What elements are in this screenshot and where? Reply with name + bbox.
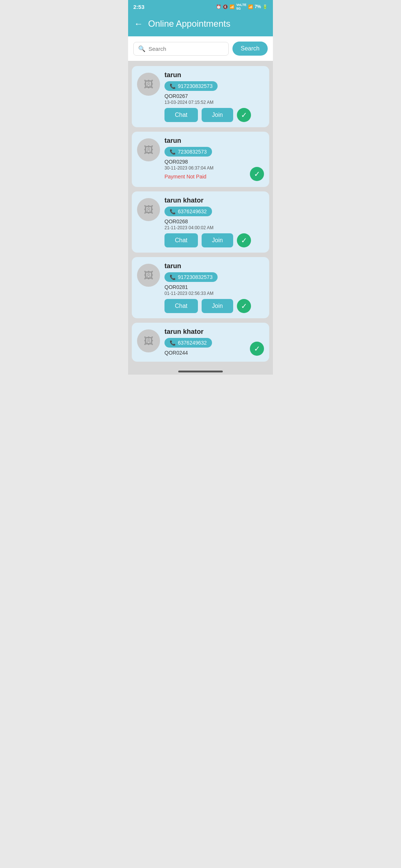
card-info: tarun khator📞6376249632QOR026821-11-2023… <box>164 197 264 247</box>
status-bar: 2:53 ⏰ 🔇 📶 VoLTE5G 📶 7% 🔋 <box>128 0 273 13</box>
volte-icon: VoLTE5G <box>236 3 246 10</box>
signal-icon: 📶 <box>248 4 253 9</box>
phone-badge[interactable]: 📞6376249632 <box>164 338 212 348</box>
patient-name: tarun khator <box>164 328 264 336</box>
join-button[interactable]: Join <box>202 233 233 247</box>
join-button[interactable]: Join <box>202 108 233 122</box>
phone-number: 6376249632 <box>178 340 207 346</box>
payment-status: Payment Not Paid <box>164 174 264 180</box>
card-info: tarun📞917230832573QOR028101-11-2023 02:5… <box>164 262 264 313</box>
phone-number: 7230832573 <box>178 149 207 155</box>
check-circle-icon[interactable]: ✓ <box>250 342 264 356</box>
phone-number: 6376249632 <box>178 208 207 214</box>
date-time: 21-11-2023 04:00:02 AM <box>164 225 264 230</box>
appointments-list: 🖼tarun📞917230832573QOR026713-03-2024 07:… <box>128 61 273 367</box>
status-time: 2:53 <box>133 4 144 10</box>
join-button[interactable]: Join <box>202 299 233 313</box>
check-circle-icon[interactable]: ✓ <box>250 167 264 181</box>
qr-code: QOR0281 <box>164 284 264 290</box>
chat-button[interactable]: Chat <box>164 233 198 247</box>
status-icons: ⏰ 🔇 📶 VoLTE5G 📶 7% 🔋 <box>216 3 268 10</box>
card-actions: ChatJoin✓ <box>164 108 264 122</box>
phone-number: 917230832573 <box>178 83 212 89</box>
qr-code: QOR0298 <box>164 159 264 165</box>
appointment-card: 🖼tarun khator📞6376249632QOR0244✓ <box>132 323 269 362</box>
avatar: 🖼 <box>137 138 160 161</box>
phone-number: 917230832573 <box>178 274 212 280</box>
avatar-placeholder-icon: 🖼 <box>144 144 153 156</box>
patient-name: tarun khator <box>164 197 264 204</box>
chat-button[interactable]: Chat <box>164 299 198 313</box>
avatar: 🖼 <box>137 264 160 287</box>
phone-icon: 📞 <box>170 209 176 214</box>
patient-name: tarun <box>164 262 264 270</box>
card-actions: ChatJoin✓ <box>164 299 264 313</box>
phone-icon: 📞 <box>170 274 176 280</box>
alarm-icon: ⏰ <box>216 4 221 9</box>
appointment-card: 🖼tarun📞917230832573QOR026713-03-2024 07:… <box>132 66 269 127</box>
appointment-card: 🖼tarun📞917230832573QOR028101-11-2023 02:… <box>132 257 269 318</box>
battery-icon: 🔋 <box>263 4 268 9</box>
mute-icon: 🔇 <box>223 4 228 9</box>
card-info: tarun📞7230832573QOR029830-11-2023 06:37:… <box>164 137 264 182</box>
search-input-wrapper: 🔍 <box>133 42 229 56</box>
appointment-card: 🖼tarun khator📞6376249632QOR026821-11-202… <box>132 191 269 253</box>
qr-code: QOR0268 <box>164 218 264 224</box>
avatar: 🖼 <box>137 198 160 221</box>
qr-code: QOR0244 <box>164 350 264 356</box>
home-indicator <box>128 367 273 375</box>
avatar-placeholder-icon: 🖼 <box>144 335 153 347</box>
wifi-icon: 📶 <box>229 4 235 9</box>
patient-name: tarun <box>164 71 264 79</box>
card-info: tarun khator📞6376249632QOR0244 <box>164 328 264 356</box>
search-button[interactable]: Search <box>232 42 268 56</box>
check-circle-icon[interactable]: ✓ <box>237 108 251 122</box>
date-time: 01-11-2023 02:56:33 AM <box>164 291 264 296</box>
back-button[interactable]: ← <box>134 19 143 29</box>
appointment-card: 🖼tarun📞7230832573QOR029830-11-2023 06:37… <box>132 132 269 187</box>
check-circle-icon[interactable]: ✓ <box>237 233 251 247</box>
search-bar-container: 🔍 Search <box>128 36 273 61</box>
patient-name: tarun <box>164 137 264 145</box>
chat-button[interactable]: Chat <box>164 108 198 122</box>
avatar: 🖼 <box>137 73 160 96</box>
avatar-placeholder-icon: 🖼 <box>144 204 153 216</box>
avatar-placeholder-icon: 🖼 <box>144 79 153 90</box>
date-time: 13-03-2024 07:15:52 AM <box>164 100 264 105</box>
phone-badge[interactable]: 📞6376249632 <box>164 207 212 216</box>
avatar: 🖼 <box>137 329 160 352</box>
home-bar <box>178 371 223 372</box>
phone-icon: 📞 <box>170 83 176 89</box>
header: ← Online Appointments <box>128 13 273 36</box>
phone-icon: 📞 <box>170 149 176 155</box>
phone-badge[interactable]: 📞7230832573 <box>164 147 212 157</box>
check-circle-icon[interactable]: ✓ <box>237 299 251 313</box>
phone-badge[interactable]: 📞917230832573 <box>164 81 218 91</box>
page-title: Online Appointments <box>148 19 230 29</box>
phone-icon: 📞 <box>170 340 176 346</box>
avatar-placeholder-icon: 🖼 <box>144 270 153 281</box>
search-input[interactable] <box>149 46 224 52</box>
search-icon: 🔍 <box>138 45 146 52</box>
date-time: 30-11-2023 06:37:04 AM <box>164 165 264 171</box>
qr-code: QOR0267 <box>164 93 264 99</box>
phone-badge[interactable]: 📞917230832573 <box>164 272 218 282</box>
battery-indicator: 7% <box>255 4 261 9</box>
card-info: tarun📞917230832573QOR026713-03-2024 07:1… <box>164 71 264 122</box>
card-actions: ChatJoin✓ <box>164 233 264 247</box>
